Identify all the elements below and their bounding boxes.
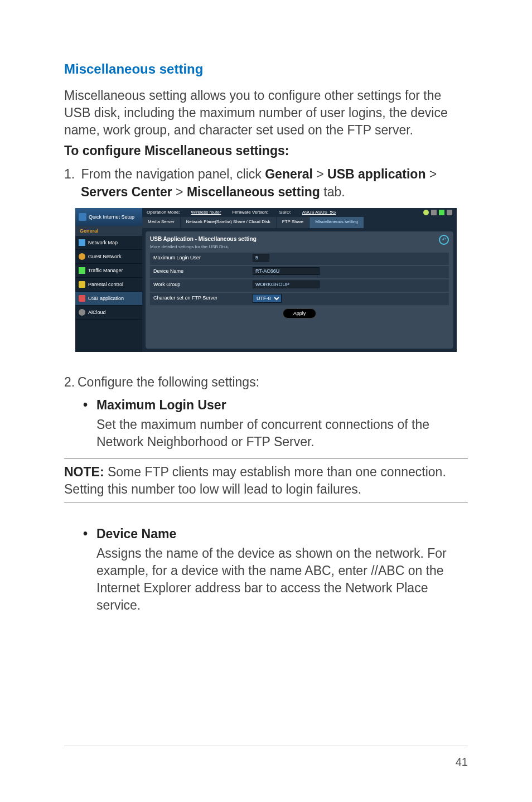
nav-usb-application[interactable]: USB application [75,292,142,306]
step-1-servers-center: Servers Center [81,185,172,199]
nav-parental-label: Parental control [88,282,123,287]
bullet-device-name: Device Name [64,526,468,542]
charset-label: Character set on FTP Server [150,293,250,305]
nav-guest-network[interactable]: Guest Network [75,250,142,264]
row-work-group: Work Group [150,279,449,292]
device-name-input[interactable] [253,267,320,275]
ssid-value[interactable]: ASUS ASUS_5G [302,210,336,215]
row-max-login: Maximum Login User [150,253,449,265]
fw-label: Firmware Version: [232,210,268,215]
quick-internet-setup[interactable]: Quick Internet Setup [75,208,142,226]
note-label: NOTE: [64,465,104,479]
network-map-icon [79,239,85,246]
panel-subtitle: More detailed settings for the USB Disk. [150,244,449,249]
section-heading: Miscellaneous setting [64,61,468,77]
tab-ftp-share[interactable]: FTP Share [277,217,310,228]
nav-network-map-label: Network Map [88,240,118,245]
nav-traffic-label: Traffic Manager [88,268,123,273]
step-1-post: tab. [320,185,345,199]
footer-divider [64,746,468,746]
usb-icon [79,295,85,302]
max-login-input[interactable] [253,254,269,262]
step-2-number: 2. [64,373,78,391]
router-top-bar: Operation Mode: Wireless router Firmware… [142,208,457,217]
bullet-device-name-label: Device Name [96,526,176,541]
work-group-input[interactable] [253,281,320,288]
step-1-usb-app: USB application [327,167,425,181]
traffic-icon [79,267,85,274]
help-icon[interactable]: ↶ [439,235,449,245]
panel-title: USB Application - Miscellaneous setting [150,236,449,242]
nav-usb-label: USB application [88,296,124,301]
step-1-gt1: > [313,167,327,181]
intro-paragraph: Miscellaneous setting allows you to conf… [64,87,468,139]
step-1-text-pre: From the navigation panel, click [81,167,265,181]
step-1-misc: Miscellaneous setting [187,185,320,199]
nav-guest-label: Guest Network [88,254,122,259]
tab-media-server[interactable]: Media Server [142,217,181,228]
bullet-max-login: Maximum Login User [64,398,468,413]
nav-parental-control[interactable]: Parental control [75,278,142,292]
bullet-max-login-label: Maximum Login User [96,398,226,412]
note-text: Some FTP clients may establish more than… [64,465,446,496]
row-device-name: Device Name [150,266,449,278]
router-sidebar: Quick Internet Setup General Network Map… [75,208,142,352]
router-main: Operation Mode: Wireless router Firmware… [142,208,457,352]
work-group-label: Work Group [150,279,250,292]
status-icon-2 [431,210,437,215]
router-screenshot: Quick Internet Setup General Network Map… [75,208,457,352]
status-icon-1 [423,210,429,215]
page-number: 41 [456,756,468,769]
apply-button[interactable]: Apply [283,308,317,318]
ssid-label: SSID: [279,210,291,215]
nav-cloud-label: AiCloud [88,310,106,315]
opmode-label: Operation Mode: [147,210,180,215]
row-charset: Character set on FTP Server UTF-8 [150,293,449,305]
max-login-label: Maximum Login User [150,253,250,265]
opmode-value[interactable]: Wireless router [191,210,221,215]
nav-general-header: General [75,226,142,236]
status-icon-4 [447,210,452,215]
step-1: 1. From the navigation panel, click Gene… [64,165,468,201]
misc-settings-panel: ↶ USB Application - Miscellaneous settin… [146,231,453,349]
top-status-icons [423,210,452,215]
step-1-general: General [265,167,313,181]
tab-miscellaneous[interactable]: Miscellaneous setting [309,217,364,228]
nav-network-map[interactable]: Network Map [75,236,142,250]
step-2-text: Configure the following settings: [78,375,259,389]
bullet-max-login-body: Set the maximum number of concurrent con… [64,416,468,451]
wand-icon [79,213,86,221]
nav-traffic-manager[interactable]: Traffic Manager [75,264,142,278]
status-icon-3 [439,210,444,215]
step-1-gt2: > [425,167,437,181]
lock-icon [79,281,85,288]
procedure-heading: To configure Miscellaneous settings: [64,143,468,158]
router-tabs: Media Server Network Place(Samba) Share … [142,217,457,228]
device-name-label: Device Name [150,266,250,278]
step-1-gt3: > [172,185,187,199]
step-1-number: 1. [64,165,78,183]
nav-aicloud[interactable]: AiCloud [75,306,142,320]
cloud-icon [79,309,85,316]
bullet-device-name-body: Assigns the name of the device as shown … [64,545,468,614]
qis-label: Quick Internet Setup [89,214,134,220]
tab-network-place[interactable]: Network Place(Samba) Share / Cloud Disk [181,217,277,228]
step-2: 2.Configure the following settings: [64,373,468,391]
guest-network-icon [79,253,85,260]
charset-select[interactable]: UTF-8 [253,294,282,303]
note-box: NOTE: Some FTP clients may establish mor… [64,458,468,503]
